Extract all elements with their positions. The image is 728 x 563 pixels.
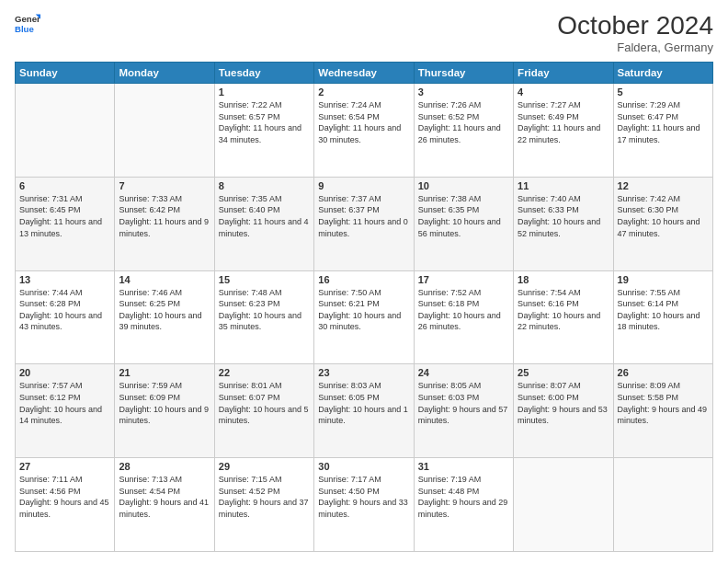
day-number: 21: [119, 367, 210, 378]
day-info: Sunrise: 7:13 AMSunset: 4:54 PMDaylight:…: [119, 474, 210, 520]
day-info: Sunrise: 7:46 AMSunset: 6:25 PMDaylight:…: [119, 287, 210, 333]
day-number: 9: [318, 180, 409, 191]
day-info: Sunrise: 7:31 AMSunset: 6:45 PMDaylight:…: [19, 193, 110, 239]
logo: General Blue: [15, 11, 40, 37]
table-row: 1Sunrise: 7:22 AMSunset: 6:57 PMDaylight…: [214, 84, 313, 178]
col-wednesday: Wednesday: [314, 63, 414, 84]
calendar-table: Sunday Monday Tuesday Wednesday Thursday…: [15, 62, 713, 552]
table-row: 22Sunrise: 8:01 AMSunset: 6:07 PMDayligh…: [214, 364, 313, 458]
day-number: 8: [219, 180, 310, 191]
day-number: 2: [318, 86, 409, 98]
day-number: 30: [318, 461, 409, 472]
col-friday: Friday: [514, 63, 613, 84]
day-info: Sunrise: 7:40 AMSunset: 6:33 PMDaylight:…: [518, 193, 609, 239]
day-info: Sunrise: 7:55 AMSunset: 6:14 PMDaylight:…: [618, 287, 709, 333]
table-row: 17Sunrise: 7:52 AMSunset: 6:18 PMDayligh…: [414, 270, 513, 364]
day-info: Sunrise: 8:05 AMSunset: 6:03 PMDaylight:…: [418, 380, 509, 426]
day-number: 5: [618, 86, 709, 98]
table-row: 5Sunrise: 7:29 AMSunset: 6:47 PMDaylight…: [613, 84, 712, 178]
day-number: 15: [219, 274, 310, 285]
day-number: 17: [418, 274, 509, 285]
day-number: 26: [618, 367, 709, 378]
table-row: 10Sunrise: 7:38 AMSunset: 6:35 PMDayligh…: [414, 177, 513, 270]
day-number: 23: [318, 367, 409, 378]
table-row: 19Sunrise: 7:55 AMSunset: 6:14 PMDayligh…: [613, 270, 712, 364]
table-row: 16Sunrise: 7:50 AMSunset: 6:21 PMDayligh…: [314, 270, 414, 364]
day-info: Sunrise: 7:38 AMSunset: 6:35 PMDaylight:…: [418, 193, 509, 239]
table-row: 15Sunrise: 7:48 AMSunset: 6:23 PMDayligh…: [214, 270, 313, 364]
table-row: [514, 458, 613, 552]
day-info: Sunrise: 7:24 AMSunset: 6:54 PMDaylight:…: [318, 99, 409, 145]
location: Faldera, Germany: [557, 40, 713, 54]
col-monday: Monday: [115, 63, 214, 84]
day-info: Sunrise: 7:35 AMSunset: 6:40 PMDaylight:…: [219, 193, 310, 239]
day-info: Sunrise: 7:19 AMSunset: 4:48 PMDaylight:…: [418, 474, 509, 520]
col-tuesday: Tuesday: [214, 63, 313, 84]
day-info: Sunrise: 7:52 AMSunset: 6:18 PMDaylight:…: [418, 287, 509, 333]
day-info: Sunrise: 7:54 AMSunset: 6:16 PMDaylight:…: [518, 287, 609, 333]
day-info: Sunrise: 7:44 AMSunset: 6:28 PMDaylight:…: [19, 287, 110, 333]
day-info: Sunrise: 7:22 AMSunset: 6:57 PMDaylight:…: [219, 99, 310, 145]
day-number: 31: [418, 461, 509, 472]
day-info: Sunrise: 7:57 AMSunset: 6:12 PMDaylight:…: [19, 380, 110, 426]
day-info: Sunrise: 7:11 AMSunset: 4:56 PMDaylight:…: [19, 474, 110, 520]
table-row: [613, 458, 712, 552]
table-row: 24Sunrise: 8:05 AMSunset: 6:03 PMDayligh…: [414, 364, 513, 458]
table-row: 13Sunrise: 7:44 AMSunset: 6:28 PMDayligh…: [16, 270, 115, 364]
day-number: 3: [418, 86, 509, 98]
table-row: 21Sunrise: 7:59 AMSunset: 6:09 PMDayligh…: [115, 364, 214, 458]
table-row: 31Sunrise: 7:19 AMSunset: 4:48 PMDayligh…: [414, 458, 513, 552]
day-number: 29: [219, 461, 310, 472]
day-info: Sunrise: 8:09 AMSunset: 5:58 PMDaylight:…: [618, 380, 709, 426]
day-info: Sunrise: 8:01 AMSunset: 6:07 PMDaylight:…: [219, 380, 310, 426]
page: General Blue October 2024 Faldera, Germa…: [0, 0, 728, 563]
day-info: Sunrise: 7:50 AMSunset: 6:21 PMDaylight:…: [318, 287, 409, 333]
day-info: Sunrise: 7:17 AMSunset: 4:50 PMDaylight:…: [318, 474, 409, 520]
table-row: 11Sunrise: 7:40 AMSunset: 6:33 PMDayligh…: [514, 177, 613, 270]
day-info: Sunrise: 8:03 AMSunset: 6:05 PMDaylight:…: [318, 380, 409, 426]
day-number: 16: [318, 274, 409, 285]
table-row: 30Sunrise: 7:17 AMSunset: 4:50 PMDayligh…: [314, 458, 414, 552]
day-number: 19: [618, 274, 709, 285]
day-number: 7: [119, 180, 210, 191]
col-sunday: Sunday: [16, 63, 115, 84]
day-number: 22: [219, 367, 310, 378]
table-row: 23Sunrise: 8:03 AMSunset: 6:05 PMDayligh…: [314, 364, 414, 458]
day-info: Sunrise: 7:33 AMSunset: 6:42 PMDaylight:…: [119, 193, 210, 239]
svg-text:Blue: Blue: [15, 24, 34, 34]
day-info: Sunrise: 7:48 AMSunset: 6:23 PMDaylight:…: [219, 287, 310, 333]
day-number: 18: [518, 274, 609, 285]
day-number: 12: [618, 180, 709, 191]
table-row: 9Sunrise: 7:37 AMSunset: 6:37 PMDaylight…: [314, 177, 414, 270]
table-row: 3Sunrise: 7:26 AMSunset: 6:52 PMDaylight…: [414, 84, 513, 178]
table-row: 25Sunrise: 8:07 AMSunset: 6:00 PMDayligh…: [514, 364, 613, 458]
table-row: 12Sunrise: 7:42 AMSunset: 6:30 PMDayligh…: [613, 177, 712, 270]
table-row: 26Sunrise: 8:09 AMSunset: 5:58 PMDayligh…: [613, 364, 712, 458]
day-number: 4: [518, 86, 609, 98]
table-row: 29Sunrise: 7:15 AMSunset: 4:52 PMDayligh…: [214, 458, 313, 552]
svg-text:General: General: [15, 14, 40, 24]
day-number: 6: [19, 180, 110, 191]
day-number: 27: [19, 461, 110, 472]
table-row: 27Sunrise: 7:11 AMSunset: 4:56 PMDayligh…: [16, 458, 115, 552]
table-row: 2Sunrise: 7:24 AMSunset: 6:54 PMDaylight…: [314, 84, 414, 178]
day-number: 24: [418, 367, 509, 378]
table-row: 7Sunrise: 7:33 AMSunset: 6:42 PMDaylight…: [115, 177, 214, 270]
table-row: 28Sunrise: 7:13 AMSunset: 4:54 PMDayligh…: [115, 458, 214, 552]
table-row: [16, 84, 115, 178]
table-row: [115, 84, 214, 178]
logo-icon: General Blue: [15, 11, 40, 37]
table-row: 8Sunrise: 7:35 AMSunset: 6:40 PMDaylight…: [214, 177, 313, 270]
day-info: Sunrise: 7:42 AMSunset: 6:30 PMDaylight:…: [618, 193, 709, 239]
day-number: 14: [119, 274, 210, 285]
day-number: 28: [119, 461, 210, 472]
day-info: Sunrise: 7:37 AMSunset: 6:37 PMDaylight:…: [318, 193, 409, 239]
table-row: 14Sunrise: 7:46 AMSunset: 6:25 PMDayligh…: [115, 270, 214, 364]
day-number: 11: [518, 180, 609, 191]
day-info: Sunrise: 7:29 AMSunset: 6:47 PMDaylight:…: [618, 99, 709, 145]
col-saturday: Saturday: [613, 63, 712, 84]
header-row: Sunday Monday Tuesday Wednesday Thursday…: [16, 63, 713, 84]
table-row: 4Sunrise: 7:27 AMSunset: 6:49 PMDaylight…: [514, 84, 613, 178]
day-info: Sunrise: 7:26 AMSunset: 6:52 PMDaylight:…: [418, 99, 509, 145]
table-row: 6Sunrise: 7:31 AMSunset: 6:45 PMDaylight…: [16, 177, 115, 270]
